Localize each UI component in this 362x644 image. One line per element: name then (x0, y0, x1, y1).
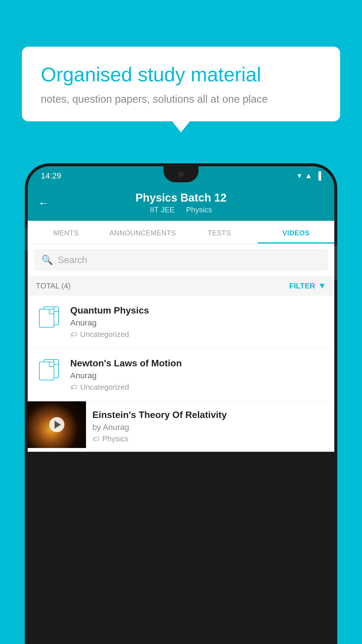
list-item[interactable]: Newton's Laws of Motion Anurag 🏷 Uncateg… (28, 349, 334, 401)
speech-bubble: Organised study material notes, question… (22, 47, 340, 121)
document-icon (39, 307, 59, 328)
tag-icon: 🏷 (92, 435, 99, 443)
item-title: Quantum Physics (70, 305, 326, 316)
play-icon (55, 421, 61, 429)
content-list: Quantum Physics Anurag 🏷 Uncategorized (28, 296, 334, 452)
status-icons: ▾ ▲ ▐ (298, 171, 321, 180)
bubble-title: Organised study material (41, 63, 321, 87)
file-front (39, 362, 54, 380)
filter-label: FILTER (289, 281, 315, 290)
tag-label: Uncategorized (80, 330, 129, 339)
subtitle-part2: Physics (186, 205, 212, 214)
tab-announcements[interactable]: ANNOUNCEMENTS (104, 221, 181, 244)
item-icon-wrap (36, 305, 62, 328)
document-icon (39, 359, 59, 380)
item-tag: 🏷 Physics (92, 434, 328, 443)
item-icon-wrap (36, 358, 62, 380)
filter-button[interactable]: FILTER ▼ (289, 281, 326, 290)
volume-button-left (25, 228, 28, 251)
search-icon: 🔍 (41, 254, 53, 265)
item-tag: 🏷 Uncategorized (70, 330, 326, 339)
item-tag: 🏷 Uncategorized (70, 383, 326, 392)
list-item[interactable]: Quantum Physics Anurag 🏷 Uncategorized (28, 296, 334, 349)
tag-icon: 🏷 (70, 330, 77, 339)
play-button[interactable] (49, 417, 64, 432)
filter-bar: TOTAL (4) FILTER ▼ (28, 276, 334, 296)
battery-icon: ▐ (316, 171, 321, 180)
search-input[interactable]: Search (58, 255, 87, 265)
search-input-wrap[interactable]: 🔍 Search (34, 249, 328, 271)
item-author: by Anurag (92, 423, 328, 432)
status-time: 14:29 (41, 171, 61, 181)
header-subtitle: IIT JEE Physics (147, 205, 215, 214)
speech-bubble-container: Organised study material notes, question… (22, 47, 340, 121)
signal-icon: ▲ (305, 171, 312, 180)
status-bar: 14:29 ▾ ▲ ▐ (28, 166, 334, 185)
item-author: Anurag (70, 318, 326, 328)
tab-bar: MENTS ANNOUNCEMENTS TESTS VIDEOS (28, 221, 334, 244)
tab-videos[interactable]: VIDEOS (258, 221, 334, 244)
tag-label: Physics (102, 434, 129, 443)
phone-frame: 14:29 ▾ ▲ ▐ ← Physics Batch 12 IIT JEE P… (25, 163, 337, 644)
thumb-details: Einstein's Theory Of Relativity by Anura… (86, 401, 334, 452)
item-title: Einstein's Theory Of Relativity (92, 410, 328, 420)
item-details: Newton's Laws of Motion Anurag 🏷 Uncateg… (70, 358, 326, 392)
back-button[interactable]: ← (38, 197, 49, 209)
tag-label: Uncategorized (80, 383, 129, 392)
tab-tests[interactable]: TESTS (181, 221, 258, 244)
phone-inner: 14:29 ▾ ▲ ▐ ← Physics Batch 12 IIT JEE P… (28, 166, 334, 644)
video-thumbnail (28, 401, 86, 448)
list-item-video[interactable]: Einstein's Theory Of Relativity by Anura… (28, 401, 334, 452)
notch (164, 166, 198, 182)
total-count: TOTAL (4) (36, 281, 71, 290)
wifi-icon: ▾ (298, 171, 301, 180)
item-title: Newton's Laws of Motion (70, 358, 326, 369)
subtitle-part1: IIT JEE (150, 205, 175, 214)
item-author: Anurag (70, 371, 326, 380)
item-details: Quantum Physics Anurag 🏷 Uncategorized (70, 305, 326, 339)
search-container: 🔍 Search (28, 244, 334, 276)
volume-button-right (334, 245, 337, 280)
filter-icon: ▼ (318, 281, 326, 290)
camera (178, 172, 184, 177)
tab-ments[interactable]: MENTS (28, 221, 104, 244)
app-header: ← Physics Batch 12 IIT JEE Physics (28, 185, 334, 221)
bubble-subtitle: notes, question papers, solutions all at… (41, 93, 321, 105)
file-front (39, 309, 54, 328)
tag-icon: 🏷 (70, 383, 77, 391)
header-title: Physics Batch 12 (136, 192, 227, 204)
